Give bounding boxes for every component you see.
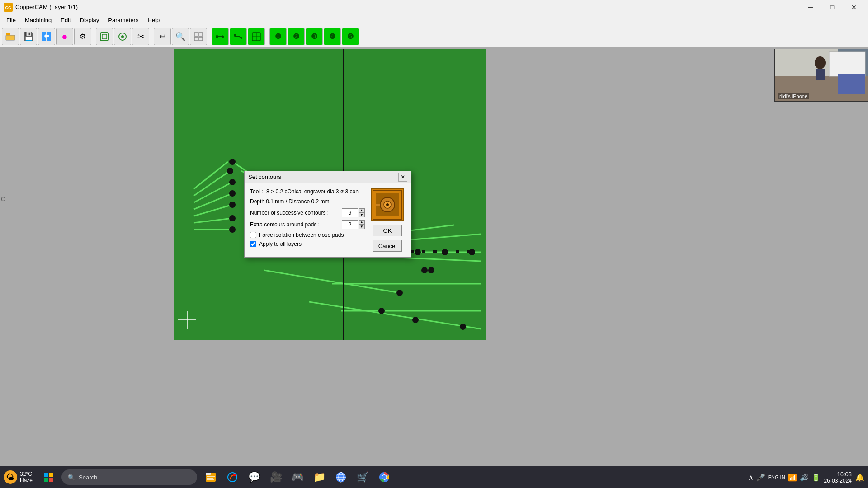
window-title: CopperCAM (Layer 1/1) — [15, 4, 800, 10]
start-button[interactable] — [40, 468, 58, 486]
svg-point-60 — [428, 267, 434, 273]
svg-line-42 — [309, 302, 481, 329]
dot1-button[interactable]: ● — [56, 28, 73, 45]
svg-rect-8 — [100, 33, 108, 41]
svg-rect-89 — [44, 478, 48, 482]
svg-rect-87 — [44, 473, 48, 477]
svg-line-39 — [264, 270, 400, 293]
zoom-button[interactable]: 🔍 — [172, 28, 189, 45]
undo-button[interactable]: ↩ — [154, 28, 171, 45]
notification-icon[interactable]: 🔔 — [855, 473, 864, 482]
tray-volume-icon[interactable]: 🔊 — [800, 473, 809, 482]
clock-date: 26-03-2024 — [824, 478, 852, 484]
import-button[interactable]: ⬅ — [38, 28, 55, 45]
svg-rect-95 — [207, 479, 214, 480]
route2-button[interactable] — [230, 28, 247, 45]
dialog-title: Set contours — [248, 174, 398, 180]
minimize-button[interactable]: ─ — [800, 0, 821, 14]
extra-input[interactable]: 2 — [342, 220, 358, 229]
dialog-titlebar: Set contours ✕ — [245, 171, 411, 183]
layer2-button[interactable]: ❷ — [288, 28, 305, 45]
dialog-close-button[interactable]: ✕ — [398, 173, 407, 182]
force-isolation-checkbox[interactable] — [250, 232, 256, 238]
left-edge-label: C — [1, 196, 5, 202]
tool-preview — [371, 188, 404, 221]
menu-machining[interactable]: Machining — [20, 15, 56, 25]
extra-down-btn[interactable]: ▼ — [359, 225, 365, 229]
contours-down-btn[interactable]: ▼ — [359, 213, 365, 217]
svg-rect-14 — [194, 37, 198, 41]
force-isolation-row: Force isolation between close pads — [250, 232, 365, 238]
contours-input[interactable]: 9 — [342, 208, 358, 217]
search-bar[interactable]: 🔍 Search — [61, 469, 197, 485]
svg-text:⬅: ⬅ — [44, 32, 49, 39]
dot2-button[interactable]: ⚙ — [74, 28, 91, 45]
extra-up-btn[interactable]: ▲ — [359, 220, 365, 225]
save-button[interactable]: 💾 — [20, 28, 37, 45]
dialog-body: Tool : 8 > 0.2 cOnical engraver dia 3 ø … — [245, 183, 411, 257]
svg-text:CC: CC — [5, 5, 11, 10]
menu-display[interactable]: Display — [75, 15, 104, 25]
ok-button[interactable]: OK — [373, 225, 402, 236]
contours-spinner-btns: ▲ ▼ — [359, 208, 365, 217]
menu-help[interactable]: Help — [143, 15, 164, 25]
taskbar-app-video[interactable]: 🎥 — [266, 467, 286, 487]
svg-point-63 — [460, 324, 466, 330]
taskbar-app-paint[interactable] — [222, 467, 242, 487]
taskbar-app-folder[interactable]: 📁 — [309, 467, 329, 487]
svg-point-43 — [229, 159, 236, 165]
weather-icon: 🌤 — [4, 470, 17, 484]
taskbar-app-chat[interactable]: 💬 — [244, 467, 264, 487]
time-area[interactable]: 16:03 26-03-2024 — [824, 471, 852, 484]
svg-point-45 — [229, 179, 236, 185]
dialog[interactable]: Set contours ✕ Tool : 8 > 0.2 cOnical en… — [244, 171, 411, 258]
maximize-button[interactable]: □ — [822, 0, 843, 14]
svg-point-11 — [121, 35, 124, 38]
open-button[interactable] — [2, 28, 19, 45]
grid-button[interactable] — [190, 28, 207, 45]
taskbar-app-gamepad[interactable]: 🎮 — [288, 467, 307, 487]
cut-button[interactable]: ✂ — [132, 28, 149, 45]
extra-spinner-btns: ▲ ▼ — [359, 220, 365, 229]
taskbar-app-browser[interactable] — [331, 467, 351, 487]
svg-rect-93 — [207, 476, 215, 477]
menu-parameters[interactable]: Parameters — [104, 15, 143, 25]
svg-rect-12 — [194, 33, 198, 36]
camera-preview: riidl's iPhone — [774, 49, 868, 102]
svg-rect-76 — [829, 52, 865, 76]
search-placeholder: Search — [79, 474, 97, 481]
camera-label: riidl's iPhone — [778, 93, 809, 99]
depth-value: Depth 0.1 mm / Distance 0.2 mm — [250, 198, 329, 205]
taskbar-app-files[interactable] — [201, 467, 221, 487]
cancel-button[interactable]: Cancel — [373, 240, 402, 252]
layer4-button[interactable]: ❹ — [324, 28, 341, 45]
svg-point-47 — [229, 202, 236, 208]
svg-rect-88 — [49, 473, 53, 477]
taskbar-app-chrome[interactable] — [374, 467, 394, 487]
layer5-button[interactable]: ❺ — [342, 28, 359, 45]
contour-button[interactable] — [96, 28, 113, 45]
menu-edit[interactable]: Edit — [56, 15, 75, 25]
svg-point-58 — [396, 290, 403, 296]
taskbar-app-appstore[interactable]: 🛒 — [353, 467, 373, 487]
svg-point-97 — [233, 474, 236, 476]
tray-lang[interactable]: ENG IN — [768, 474, 785, 480]
contours-up-btn[interactable]: ▲ — [359, 208, 365, 213]
svg-point-44 — [227, 168, 233, 174]
menu-file[interactable]: File — [2, 15, 20, 25]
layer3-button[interactable]: ❸ — [306, 28, 323, 45]
tray-expand-icon[interactable]: ∧ — [748, 473, 754, 482]
route3-button[interactable] — [248, 28, 265, 45]
drill-button[interactable] — [114, 28, 131, 45]
force-isolation-label: Force isolation between close pads — [259, 232, 344, 238]
tray-mic-icon[interactable]: 🎤 — [756, 473, 765, 482]
svg-point-48 — [229, 215, 236, 221]
apply-all-checkbox[interactable] — [250, 241, 256, 247]
svg-rect-92 — [206, 473, 211, 475]
close-button[interactable]: ✕ — [844, 0, 864, 14]
layer1-button[interactable]: ❶ — [269, 28, 287, 45]
tray-wifi-icon[interactable]: 📶 — [788, 473, 797, 482]
apply-all-row: Apply to all layers — [250, 241, 365, 247]
tray-battery-icon[interactable]: 🔋 — [811, 473, 821, 482]
route1-button[interactable] — [212, 28, 229, 45]
